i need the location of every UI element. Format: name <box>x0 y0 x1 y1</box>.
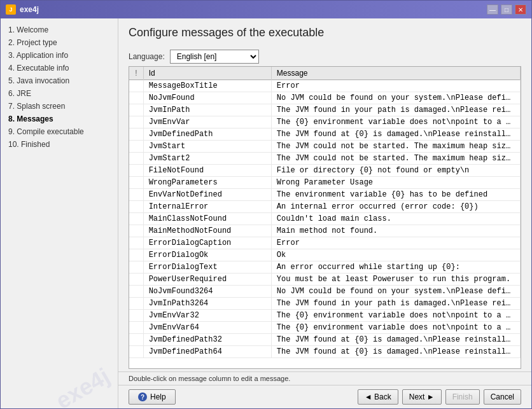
close-button[interactable]: ✕ <box>515 4 526 15</box>
cell-id: JvmStart2 <box>143 153 271 165</box>
back-label: ◄ Back <box>365 392 391 401</box>
cell-bang <box>129 189 143 201</box>
cell-bang <box>129 322 143 334</box>
sidebar-item[interactable]: 1. Welcome <box>1 24 118 36</box>
table-row[interactable]: JvmDefinedPath32 The JVM found at {0} is… <box>129 334 521 346</box>
right-panel: Configure messages of the executable Lan… <box>118 18 531 408</box>
sidebar-item[interactable]: 4. Executable info <box>1 62 118 74</box>
help-icon: ? <box>138 392 147 401</box>
cell-message: The JVM found at {0} is damaged.\nPlease… <box>271 128 520 141</box>
language-label: Language: <box>129 52 165 61</box>
finish-button[interactable]: Finish <box>445 389 480 405</box>
table-row[interactable]: JvmStart The JVM could not be started. T… <box>129 141 521 153</box>
table-row[interactable]: NoJvmFound No JVM could be found on your… <box>129 92 521 104</box>
cell-bang <box>129 177 143 189</box>
finish-label: Finish <box>452 392 473 401</box>
table-row[interactable]: MainClassNotFound Couldn't load main cla… <box>129 213 521 225</box>
table-row[interactable]: MessageBoxTitle Error <box>129 80 521 92</box>
table-row[interactable]: PowerUserRequired You must be at least P… <box>129 274 521 286</box>
table-row[interactable]: JvmInPath The JVM found in your path is … <box>129 104 521 116</box>
cell-bang <box>129 92 143 104</box>
sidebar-item[interactable]: 3. Application info <box>1 49 118 62</box>
cell-bang <box>129 249 143 261</box>
col-header-bang: ! <box>129 67 143 80</box>
cell-id: JvmEnvVar32 <box>143 310 271 322</box>
bottom-bar: ? Help ◄ Back Next ► Finish Cancel <box>118 385 531 408</box>
cell-bang <box>129 334 143 346</box>
table-row[interactable]: FileNotFound File or directory {0} not f… <box>129 165 521 177</box>
sidebar-item[interactable]: 8. Messages <box>1 113 118 125</box>
maximize-button[interactable]: □ <box>501 4 512 15</box>
cell-message: An error occurred while starting up {0}: <box>271 261 520 274</box>
page-title: Configure messages of the executable <box>129 26 521 39</box>
app-icon: J <box>6 4 16 15</box>
table-row[interactable]: NoJvmFound3264 No JVM could be found on … <box>129 286 521 298</box>
minimize-button[interactable]: — <box>487 4 498 15</box>
cell-id: JvmInPath3264 <box>143 298 271 310</box>
table-body: MessageBoxTitle Error NoJvmFound No JVM … <box>129 80 521 358</box>
sidebar-item[interactable]: 9. Compile executable <box>1 125 118 138</box>
cell-message: Ok <box>271 249 520 261</box>
cell-bang <box>129 116 143 128</box>
col-header-message: Message <box>271 67 520 80</box>
cancel-button[interactable]: Cancel <box>484 389 521 405</box>
table-row[interactable]: ErrorDialogText An error occurred while … <box>129 261 521 274</box>
table-row[interactable]: JvmDefinedPath The JVM found at {0} is d… <box>129 128 521 141</box>
cell-id: PowerUserRequired <box>143 274 271 286</box>
table-row[interactable]: JvmEnvVar The {0} environment variable d… <box>129 116 521 128</box>
col-header-id: Id <box>143 67 271 80</box>
cell-bang <box>129 128 143 141</box>
table-row[interactable]: JvmEnvVar32 The {0} environment variable… <box>129 310 521 322</box>
cell-message: The JVM found at {0} is damaged.\nPlease… <box>271 334 520 346</box>
cell-id: FileNotFound <box>143 165 271 177</box>
page-header: Configure messages of the executable <box>118 18 531 45</box>
cell-id: MessageBoxTitle <box>143 80 271 92</box>
sidebar-item[interactable]: 6. JRE <box>1 87 118 100</box>
cell-message: Wrong Parameter Usage <box>271 177 520 189</box>
sidebar: 1. Welcome2. Project type3. Application … <box>1 18 118 408</box>
table-row[interactable]: ErrorDialogCaption Error <box>129 237 521 249</box>
cell-bang <box>129 286 143 298</box>
sidebar-item[interactable]: 5. Java invocation <box>1 74 118 87</box>
cell-id: ErrorDialogText <box>143 261 271 274</box>
table-row[interactable]: ErrorDialogOk Ok <box>129 249 521 261</box>
cell-bang <box>129 141 143 153</box>
cell-id: JvmDefinedPath64 <box>143 346 271 358</box>
table-row[interactable]: InternalError An internal error occurred… <box>129 201 521 213</box>
cell-bang <box>129 201 143 213</box>
sidebar-item[interactable]: 7. Splash screen <box>1 100 118 113</box>
cancel-label: Cancel <box>491 392 514 401</box>
table-row[interactable]: JvmEnvVar64 The {0} environment variable… <box>129 322 521 334</box>
table-row[interactable]: JvmDefinedPath64 The JVM found at {0} is… <box>129 346 521 358</box>
cell-id: NoJvmFound <box>143 92 271 104</box>
cell-message: The JVM found at {0} is damaged.\nPlease… <box>271 346 520 358</box>
cell-message: The {0} environment variable does not\np… <box>271 116 520 128</box>
cell-id: MainClassNotFound <box>143 213 271 225</box>
cell-bang <box>129 80 143 92</box>
back-button[interactable]: ◄ Back <box>358 389 398 405</box>
main-content: 1. Welcome2. Project type3. Application … <box>1 18 531 408</box>
cell-bang <box>129 153 143 165</box>
language-select[interactable]: English [en] German [de] French [fr] Spa… <box>170 50 259 64</box>
next-label: Next ► <box>409 392 435 401</box>
cell-id: JvmDefinedPath32 <box>143 334 271 346</box>
sidebar-item[interactable]: 2. Project type <box>1 36 118 49</box>
cell-id: JvmEnvVar64 <box>143 322 271 334</box>
next-button[interactable]: Next ► <box>402 389 442 405</box>
table-row[interactable]: EnvVarNotDefined The environment variabl… <box>129 189 521 201</box>
cell-id: JvmInPath <box>143 104 271 116</box>
table-row[interactable]: MainMethodNotFound Main method not found… <box>129 225 521 237</box>
help-button[interactable]: ? Help <box>129 389 176 405</box>
cell-message: The JVM found in your path is damaged.\n… <box>271 298 520 310</box>
table-row[interactable]: WrongParameters Wrong Parameter Usage <box>129 177 521 189</box>
messages-table-container[interactable]: ! Id Message MessageBoxTitle Error NoJvm… <box>129 66 521 369</box>
table-row[interactable]: JvmStart2 The JVM could not be started. … <box>129 153 521 165</box>
cell-id: MainMethodNotFound <box>143 225 271 237</box>
sidebar-item[interactable]: 10. Finished <box>1 138 118 151</box>
language-row: Language: English [en] German [de] Frenc… <box>118 50 531 64</box>
cell-message: Error <box>271 237 520 249</box>
table-header-row: ! Id Message <box>129 67 521 80</box>
sidebar-watermark: exe4j <box>51 363 114 408</box>
cell-message: The JVM found in your path is damaged.\n… <box>271 104 520 116</box>
table-row[interactable]: JvmInPath3264 The JVM found in your path… <box>129 298 521 310</box>
